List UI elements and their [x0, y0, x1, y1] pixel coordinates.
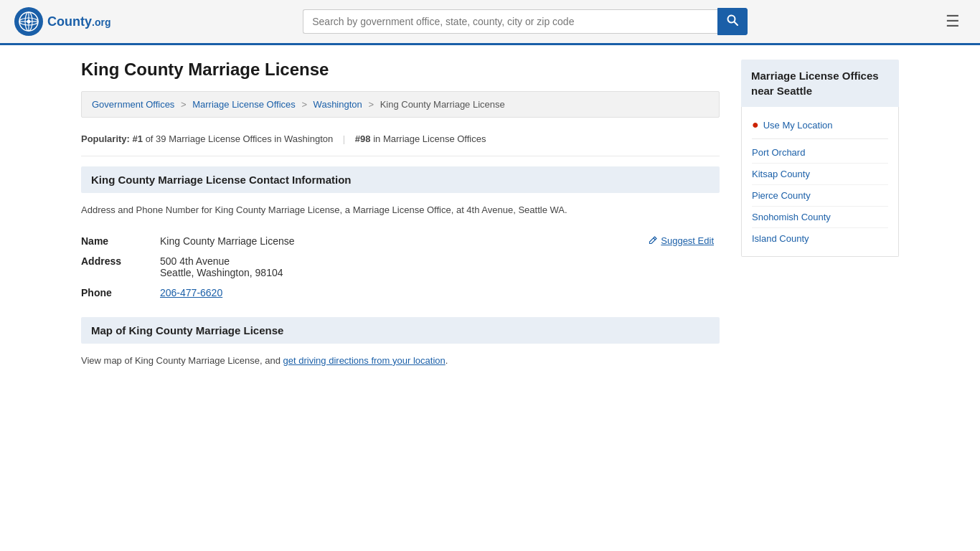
sidebar-link-snohomish[interactable]: Snohomish County	[752, 207, 888, 228]
search-area	[303, 8, 748, 35]
sidebar-link-island[interactable]: Island County	[752, 228, 888, 249]
name-value: King County Marriage License Suggest Edi…	[160, 231, 720, 251]
contact-description: Address and Phone Number for King County…	[81, 203, 720, 218]
menu-button[interactable]: ☰	[940, 9, 966, 34]
use-my-location-link[interactable]: ● Use My Location	[752, 114, 888, 136]
popularity-bar: Popularity: #1 of 39 Marriage License Of…	[81, 128, 720, 156]
logo[interactable]: County.org	[14, 7, 110, 36]
page-title: King County Marriage License	[81, 60, 720, 80]
map-section: Map of King County Marriage License View…	[81, 317, 720, 369]
breadcrumb-current: King County Marriage License	[380, 99, 505, 110]
sidebar: Marriage License Offices near Seattle ● …	[741, 60, 899, 369]
breadcrumb-link-marriage[interactable]: Marriage License Offices	[192, 99, 296, 110]
search-input[interactable]	[303, 9, 717, 34]
phone-label: Phone	[81, 283, 160, 303]
logo-icon	[14, 7, 43, 36]
table-row-phone: Phone 206-477-6620	[81, 283, 720, 303]
table-row-address: Address 500 4th Avenue Seattle, Washingt…	[81, 251, 720, 283]
main-container: King County Marriage License Government …	[67, 45, 913, 383]
breadcrumb-link-state[interactable]: Washington	[314, 99, 362, 110]
name-label: Name	[81, 231, 160, 251]
contact-info-table: Name King County Marriage License Sugges…	[81, 231, 720, 303]
location-pin-icon: ●	[752, 118, 759, 131]
phone-link[interactable]: 206-477-6620	[160, 287, 222, 298]
suggest-edit-button[interactable]: Suggest Edit	[648, 235, 714, 246]
site-header: County.org ☰	[0, 0, 980, 45]
sidebar-link-kitsap[interactable]: Kitsap County	[752, 164, 888, 185]
sidebar-link-pierce[interactable]: Pierce County	[752, 185, 888, 207]
address-label: Address	[81, 251, 160, 283]
search-button[interactable]	[717, 8, 748, 35]
driving-directions-link[interactable]: get driving directions from your locatio…	[283, 355, 446, 366]
content-area: King County Marriage License Government …	[81, 60, 720, 369]
breadcrumb-link-gov[interactable]: Government Offices	[92, 99, 174, 110]
sidebar-link-port-orchard[interactable]: Port Orchard	[752, 142, 888, 164]
breadcrumb: Government Offices > Marriage License Of…	[81, 91, 720, 118]
logo-text: County.org	[47, 14, 110, 29]
contact-section-header: King County Marriage License Contact Inf…	[81, 166, 720, 193]
map-section-header: Map of King County Marriage License	[81, 317, 720, 344]
address-value: 500 4th Avenue Seattle, Washington, 9810…	[160, 251, 720, 283]
sidebar-title: Marriage License Offices near Seattle	[741, 60, 899, 107]
map-description: View map of King County Marriage License…	[81, 354, 720, 369]
sidebar-divider	[752, 138, 888, 139]
svg-line-7	[735, 22, 738, 26]
sidebar-content: ● Use My Location Port Orchard Kitsap Co…	[741, 107, 899, 257]
table-row-name: Name King County Marriage License Sugges…	[81, 231, 720, 251]
svg-line-8	[654, 238, 656, 240]
phone-value: 206-477-6620	[160, 283, 720, 303]
